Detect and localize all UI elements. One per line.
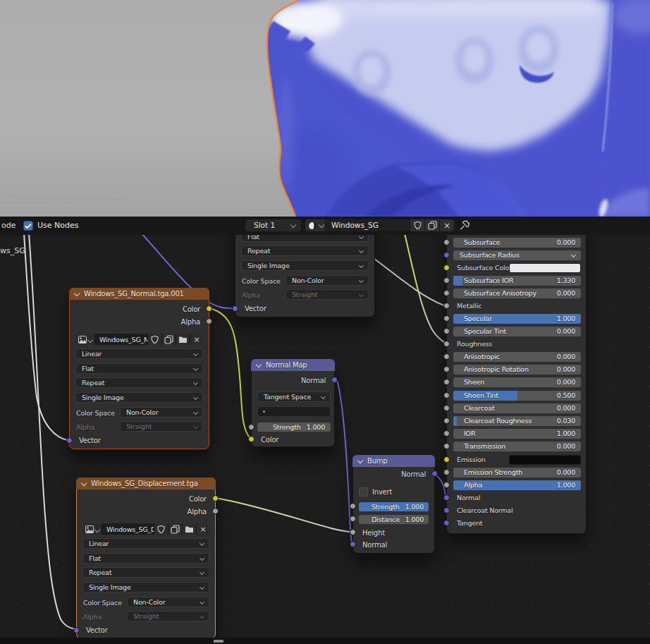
use-nodes-checkbox[interactable] [23, 221, 33, 231]
fake-user-button[interactable] [410, 219, 425, 231]
browse-material-button[interactable] [305, 219, 326, 231]
normal-output-socket[interactable] [431, 470, 438, 477]
sheen-socket[interactable] [443, 379, 450, 385]
image-browse-button[interactable] [82, 523, 102, 535]
anisotropic-rotation-socket[interactable] [443, 366, 450, 372]
color-output-socket[interactable] [212, 495, 219, 502]
node-image-texture-displacement[interactable]: Windows_SG_Displacement.tga Color Alpha … [76, 478, 216, 638]
node-menu-partial[interactable]: ode [1, 221, 16, 230]
vector-input-socket[interactable] [66, 437, 73, 444]
source-dropdown[interactable]: Single Image [82, 582, 209, 593]
sheen-slider[interactable]: Sheen0.000 [453, 377, 581, 387]
node-principled-bsdf[interactable]: Subsurface0.000 Subsurface Radius Subsur… [446, 235, 587, 534]
source-dropdown[interactable]: Single Image [241, 260, 369, 271]
uv-map-field[interactable] [257, 406, 331, 417]
strength-input-socket[interactable] [248, 424, 255, 430]
clearcoat-socket[interactable] [443, 405, 450, 411]
tangent-socket[interactable] [443, 520, 450, 526]
projection-dropdown[interactable]: Flat [82, 553, 209, 564]
strength-slider[interactable]: Strength 1.000 [359, 502, 429, 511]
strength-input-socket[interactable] [350, 503, 356, 509]
distance-input-socket[interactable] [350, 516, 356, 522]
emission-strength-slider[interactable]: Emission Strength0.000 [453, 468, 581, 478]
image-fake-user-button[interactable] [154, 523, 168, 535]
node-image-texture-normal[interactable]: Windows_SG_Normal.tga.001 Color Alpha Wi… [69, 288, 209, 449]
image-unlink-button[interactable]: × [190, 334, 203, 345]
subsurface-radius-dropdown[interactable]: Subsurface Radius [453, 250, 581, 260]
extension-dropdown[interactable]: Repeat [241, 245, 369, 256]
alpha-socket[interactable] [443, 482, 450, 488]
extension-dropdown[interactable]: Repeat [82, 567, 209, 578]
anisotropic-rotation-slider[interactable]: Anisotropic Rotation0.000 [453, 365, 581, 375]
subsurface-color-socket[interactable] [443, 265, 450, 271]
image-unlink-button[interactable]: × [197, 523, 209, 535]
image-browse-button[interactable] [75, 334, 95, 345]
clearcoat-roughness-socket[interactable] [443, 418, 450, 424]
subsurface-socket[interactable] [443, 239, 450, 245]
alpha-output-socket[interactable] [212, 508, 219, 514]
image-new-button[interactable] [168, 523, 183, 535]
sheen-tint-socket[interactable] [443, 392, 450, 399]
ior-socket[interactable] [443, 430, 450, 437]
projection-dropdown[interactable]: Flat [241, 235, 369, 242]
color-input-socket[interactable] [248, 436, 255, 442]
transmission-socket[interactable] [443, 443, 450, 449]
alpha-output-socket[interactable] [206, 318, 212, 324]
subsurface-color-swatch[interactable] [509, 263, 581, 273]
transmission-slider[interactable]: Transmission0.000 [453, 442, 581, 451]
emission-socket[interactable] [443, 456, 450, 463]
specular-tint-slider[interactable]: Specular Tint0.000 [453, 327, 581, 336]
image-name-field[interactable]: Windows_SG_Dis... [102, 523, 154, 535]
source-dropdown[interactable]: Single Image [75, 392, 203, 403]
image-open-button[interactable] [183, 523, 197, 535]
subsurface-radius-socket[interactable] [443, 252, 450, 258]
specular-socket[interactable] [443, 315, 450, 322]
anisotropic-slider[interactable]: Anisotropic0.000 [453, 352, 581, 362]
node-header[interactable]: Normal Map [251, 359, 335, 371]
strength-slider[interactable]: Strength 1.000 [257, 423, 331, 432]
image-fake-user-button[interactable] [148, 334, 162, 345]
space-dropdown[interactable]: Tangent Space [257, 391, 331, 402]
node-bump[interactable]: Bump Normal Invert Strength 1.000 Distan… [352, 455, 435, 554]
node-header[interactable]: Windows_SG_Normal.tga.001 [69, 288, 209, 300]
vector-input-socket[interactable] [232, 305, 238, 312]
pin-button[interactable] [459, 219, 472, 232]
metallic-socket[interactable] [443, 303, 450, 309]
clearcoat-normal-socket[interactable] [443, 507, 450, 514]
image-open-button[interactable] [176, 334, 190, 345]
specular-slider[interactable]: Specular1.000 [453, 314, 581, 324]
alpha-mode-dropdown[interactable]: Straight [286, 289, 369, 300]
roughness-socket[interactable] [443, 341, 450, 347]
alpha-mode-dropdown[interactable]: Straight [127, 611, 209, 621]
projection-dropdown[interactable]: Flat [75, 363, 203, 374]
slot-dropdown[interactable]: Slot 1 [245, 219, 301, 231]
normal-socket[interactable] [443, 494, 450, 501]
alpha-slider[interactable]: Alpha1.000 [453, 480, 581, 490]
subsurface-anisotropy-slider[interactable]: Subsurface Anisotropy0.000 [453, 288, 581, 298]
normal-input-socket[interactable] [350, 541, 356, 547]
interpolation-dropdown[interactable]: Linear [75, 348, 203, 359]
color-space-dropdown[interactable]: Non-Color [127, 597, 209, 607]
ior-slider[interactable]: IOR1.000 [453, 429, 581, 439]
color-space-dropdown[interactable]: Non-Color [286, 275, 369, 286]
subsurface-slider[interactable]: Subsurface0.000 [453, 238, 581, 248]
anisotropic-socket[interactable] [443, 353, 450, 360]
viewport-3d[interactable] [0, 0, 650, 217]
subsurface-anisotropy-socket[interactable] [443, 290, 450, 296]
node-editor-canvas[interactable]: ws_SG [0, 235, 650, 638]
normal-output-socket[interactable] [331, 377, 338, 383]
node-image-texture-partial[interactable]: Linear Flat Repeat Single Image Color Sp… [235, 235, 375, 317]
height-input-socket[interactable] [350, 529, 356, 535]
color-space-dropdown[interactable]: Non-Color [120, 407, 203, 418]
interpolation-dropdown[interactable]: Linear [82, 538, 209, 549]
clearcoat-slider[interactable]: Clearcoat0.000 [453, 403, 581, 413]
node-header[interactable]: Windows_SG_Displacement.tga [76, 478, 216, 490]
emission-swatch[interactable] [509, 455, 581, 465]
clearcoat-roughness-slider[interactable]: Clearcoat Roughness0.030 [453, 416, 581, 426]
subsurface-ior-socket[interactable] [443, 277, 450, 284]
image-new-button[interactable] [162, 334, 176, 345]
node-normal-map[interactable]: Normal Map Normal Tangent Space Strength… [251, 359, 335, 447]
new-material-button[interactable] [425, 219, 440, 231]
unlink-material-button[interactable]: × [440, 219, 454, 231]
color-output-socket[interactable] [206, 305, 212, 312]
